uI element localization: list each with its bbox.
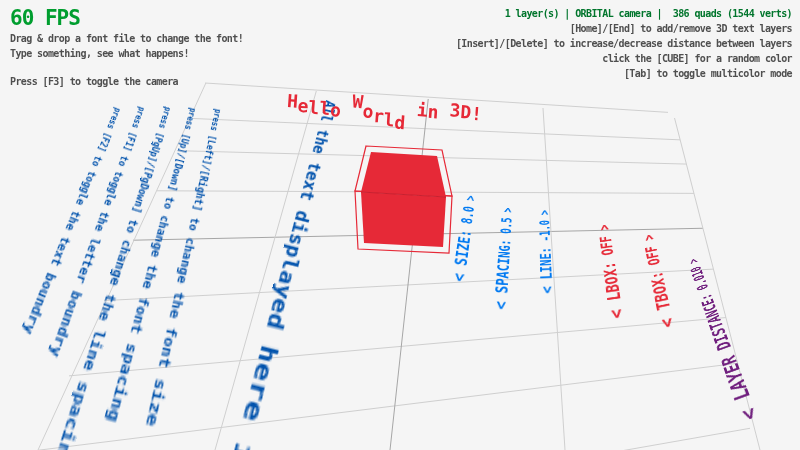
fps-counter: 60 FPS	[10, 6, 80, 30]
hint-layer-distance: [Insert]/[Delete] to increase/decrease d…	[456, 38, 792, 49]
hint-type-something: Type something, see what happens!	[10, 48, 189, 59]
hint-drag-drop-font: Drag & drop a font file to change the fo…	[10, 33, 243, 44]
raylib-3d-text-viewport[interactable]: 60 FPS Drag & drop a font file to change…	[0, 0, 800, 450]
cube-solid[interactable]	[361, 152, 446, 247]
status-layers-camera-quads: 1 layer(s) | ORBITAL camera | 386 quads …	[505, 8, 792, 19]
hint-add-remove-layers: [Home]/[End] to add/remove 3D text layer…	[570, 23, 792, 34]
hint-click-cube: click the [CUBE] for a random color	[602, 53, 792, 64]
hint-toggle-camera: Press [F3] to toggle the camera	[10, 76, 178, 87]
hint-multicolor-mode: [Tab] to toggle multicolor mode	[624, 68, 792, 79]
